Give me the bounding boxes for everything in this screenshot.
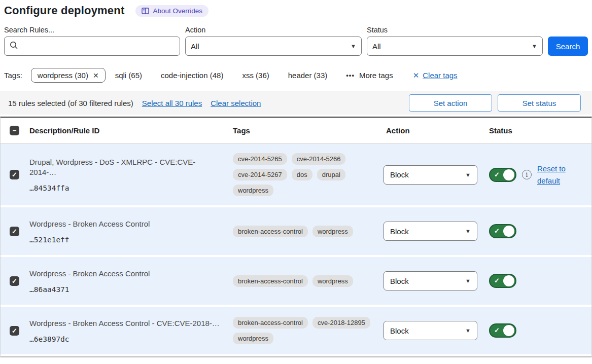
reset-area: i Reset to default <box>522 163 571 187</box>
tag-filter[interactable]: xss (36) <box>242 71 269 80</box>
clear-tags-link[interactable]: Clear tags <box>423 71 457 80</box>
search-input[interactable] <box>22 42 175 51</box>
clear-selection-link[interactable]: Clear selection <box>211 99 261 107</box>
table-body: ✓ Drupal, Wordpress - DoS - XMLRPC - CVE… <box>1 144 591 354</box>
remove-tag-icon[interactable]: ✕ <box>93 71 99 80</box>
reset-to-default-link[interactable]: Reset to default <box>537 163 571 187</box>
row-description-cell: Wordpress - Broken Access Control …86aa4… <box>25 269 229 294</box>
selection-bar: 15 rules selected (of 30 filtered rules)… <box>0 91 592 115</box>
row-checkbox-cell: ✓ <box>1 326 25 336</box>
selection-summary: 15 rules selected (of 30 filtered rules) <box>8 99 133 107</box>
row-description: Wordpress - Broken Access Control - CVE:… <box>29 318 222 329</box>
row-status-cell: ✓ <box>485 274 591 288</box>
row-action-cell: Block ▼ <box>379 271 485 290</box>
toggle-knob <box>503 275 514 286</box>
more-tags-label: More tags <box>359 71 393 80</box>
status-toggle[interactable]: ✓ <box>489 274 516 288</box>
info-icon[interactable]: i <box>522 170 532 179</box>
tag-pill: wordpress <box>233 333 273 344</box>
action-select-value: Block <box>390 227 409 236</box>
tag-pill: drupal <box>317 169 345 180</box>
action-select[interactable]: Block ▼ <box>384 222 477 241</box>
more-tags-button[interactable]: ••• More tags <box>346 71 393 80</box>
search-icon <box>10 41 18 51</box>
header-checkbox-cell: − <box>1 126 25 135</box>
book-icon <box>142 8 149 14</box>
selected-tag-chip[interactable]: wordpress (30) ✕ <box>31 68 106 83</box>
rules-table: − Description/Rule ID Tags Action Status… <box>0 117 592 357</box>
row-description: Wordpress - Broken Access Control <box>29 219 222 229</box>
status-toggle[interactable]: ✓ <box>489 323 516 338</box>
row-action-cell: Block ▼ <box>379 222 485 241</box>
select-all-link[interactable]: Select all 30 rules <box>142 99 202 107</box>
row-status-cell: ✓ <box>485 323 591 338</box>
row-checkbox-cell: ✓ <box>1 227 25 236</box>
clear-tags-button[interactable]: ✕ Clear tags <box>413 71 458 80</box>
check-icon: ✓ <box>494 326 500 334</box>
row-action-cell: Block ▼ <box>379 321 485 340</box>
configure-deployment-page: Configure deployment About Overrides Sea… <box>0 0 592 357</box>
row-status-cell: ✓ i Reset to default <box>485 163 591 187</box>
check-icon: ✓ <box>494 227 500 235</box>
tags-bar: Tags: wordpress (30) ✕ sqli (65)code-inj… <box>0 68 592 83</box>
select-all-checkbox[interactable]: − <box>10 126 19 135</box>
row-tags: broken-access-controlcve-2018-12895wordp… <box>229 317 379 344</box>
action-select-value: Block <box>390 326 409 335</box>
ellipsis-icon: ••• <box>346 71 355 79</box>
tag-pill: cve-2014-5266 <box>292 153 346 165</box>
action-filter-select[interactable]: All ▼ <box>185 37 362 56</box>
tag-pill: cve-2014-5265 <box>233 153 287 165</box>
status-toggle[interactable]: ✓ <box>489 168 516 182</box>
about-overrides-label: About Overrides <box>153 7 202 15</box>
chevron-down-icon: ▼ <box>465 228 471 234</box>
row-rule-id: …521e1eff <box>29 236 222 244</box>
row-checkbox[interactable]: ✓ <box>10 326 19 336</box>
search-button[interactable]: Search <box>548 37 588 56</box>
table-row: ✓ Drupal, Wordpress - DoS - XMLRPC - CVE… <box>1 144 591 205</box>
toggle-knob <box>503 226 514 237</box>
titlebar: Configure deployment About Overrides <box>0 4 592 17</box>
search-field: Search Rules... <box>4 26 180 56</box>
row-checkbox[interactable]: ✓ <box>10 227 19 236</box>
action-select-value: Block <box>390 277 409 285</box>
toggle-knob <box>503 169 514 180</box>
status-filter-label: Status <box>367 26 543 34</box>
row-rule-id: …6e3897dc <box>29 335 222 343</box>
row-description-cell: Wordpress - Broken Access Control - CVE:… <box>25 318 229 343</box>
chevron-down-icon: ▼ <box>465 327 471 334</box>
row-checkbox-cell: ✓ <box>1 276 25 286</box>
tag-filter[interactable]: header (33) <box>288 71 328 80</box>
row-checkbox[interactable]: ✓ <box>10 276 19 286</box>
chevron-down-icon: ▼ <box>465 172 471 178</box>
action-select[interactable]: Block ▼ <box>384 165 477 185</box>
status-filter-select[interactable]: All ▼ <box>367 37 543 56</box>
table-row: ✓ Wordpress - Broken Access Control - CV… <box>1 307 591 354</box>
row-checkbox-cell: ✓ <box>1 170 25 179</box>
check-icon: ✓ <box>494 277 500 284</box>
tag-filter[interactable]: sqli (65) <box>115 71 142 80</box>
action-select[interactable]: Block ▼ <box>384 321 477 340</box>
status-toggle[interactable]: ✓ <box>489 224 516 238</box>
tags-label: Tags: <box>4 71 22 80</box>
search-label: Search Rules... <box>4 26 180 34</box>
about-overrides-badge[interactable]: About Overrides <box>135 5 208 17</box>
tag-pill: wordpress <box>312 226 353 237</box>
action-select[interactable]: Block ▼ <box>384 271 477 290</box>
tag-pill: wordpress <box>233 185 273 196</box>
set-action-button[interactable]: Set action <box>409 94 492 112</box>
filters-row: Search Rules... Action All ▼ Status All … <box>0 26 592 56</box>
column-header-description: Description/Rule ID <box>25 126 229 135</box>
chevron-down-icon: ▼ <box>465 278 471 284</box>
table-bottom-border <box>1 356 591 357</box>
row-checkbox[interactable]: ✓ <box>10 170 19 179</box>
status-filter-field: Status All ▼ <box>367 26 543 56</box>
tag-pill: broken-access-control <box>233 226 308 237</box>
close-icon: ✕ <box>413 71 420 80</box>
set-status-button[interactable]: Set status <box>498 94 581 112</box>
tag-pill: wordpress <box>312 275 353 287</box>
tag-pill: cve-2014-5267 <box>233 169 287 180</box>
tag-filter[interactable]: code-injection (48) <box>161 71 223 80</box>
row-action-cell: Block ▼ <box>379 165 485 185</box>
column-header-status: Status <box>485 126 591 135</box>
row-tags: broken-access-controlwordpress <box>229 226 379 237</box>
